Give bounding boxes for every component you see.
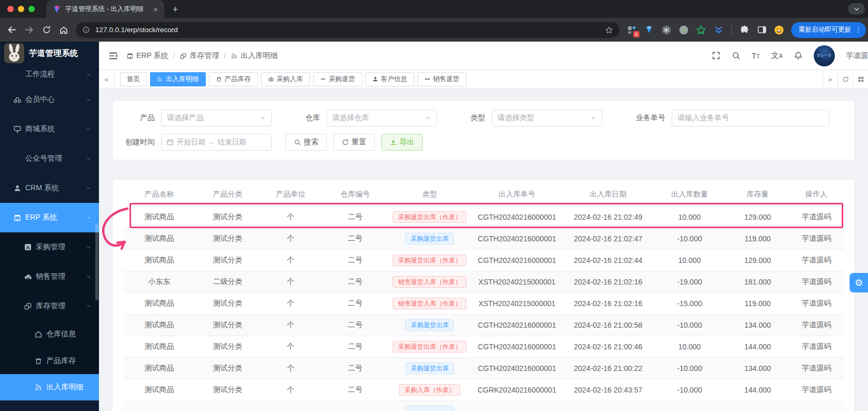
font-size-icon[interactable]: TT bbox=[752, 51, 760, 60]
export-button[interactable]: 导出 bbox=[381, 134, 423, 151]
warehouse-label: 仓库 bbox=[291, 113, 326, 123]
tab-home[interactable]: 首页 bbox=[120, 72, 147, 86]
app-title: 芋道管理系统 bbox=[29, 48, 78, 59]
quantity-cell: 10.000 bbox=[653, 342, 726, 351]
emoji-icon[interactable] bbox=[773, 24, 785, 36]
sidebar-item-inventory-mgmt[interactable]: 库存管理 bbox=[0, 291, 99, 320]
tab-purchase-in[interactable]: 采购入库 bbox=[261, 72, 310, 86]
quantity-cell: -19.000 bbox=[653, 278, 726, 286]
table-row: 测试商品测试分类个二号采购退货出库CGTH202402160000012024-… bbox=[123, 228, 844, 249]
search-button[interactable]: 搜索 bbox=[285, 134, 327, 151]
quantity-cell: 10.000 bbox=[653, 256, 726, 265]
sidebar-item-product-stock[interactable]: 产品库存 bbox=[0, 348, 99, 374]
bizno-input[interactable]: 请输入业务单号 bbox=[672, 110, 830, 126]
type-cell: 采购退货出库（作废） bbox=[389, 211, 471, 223]
tabs-refresh-icon[interactable] bbox=[837, 70, 853, 88]
browser-menu-icon[interactable]: ⋮ bbox=[855, 26, 862, 34]
back-icon[interactable] bbox=[6, 24, 17, 36]
window-close-button[interactable] bbox=[7, 6, 14, 12]
breadcrumb: ERP 系统/库存管理/出入库明细 bbox=[126, 51, 277, 61]
sidebar-item-crm-system[interactable]: CRM 系统 bbox=[0, 173, 99, 203]
collapse-menu-icon[interactable] bbox=[108, 51, 118, 61]
sidebar-item-sales-mgmt[interactable]: 销售管理 bbox=[0, 262, 99, 291]
username[interactable]: 芋道源码 bbox=[846, 51, 868, 61]
type-cell: 采购退货出库 bbox=[389, 319, 471, 331]
tab-sales-return[interactable]: 销售退货 bbox=[417, 72, 466, 86]
sidebar-item-workflow[interactable]: 工作流程 bbox=[0, 64, 99, 85]
sidebar-scrollbar[interactable] bbox=[95, 224, 98, 300]
sidebar-item-erp-system[interactable]: ERP 系统 bbox=[0, 203, 99, 232]
new-tab-button[interactable]: + bbox=[169, 4, 181, 15]
home-icon[interactable] bbox=[58, 24, 69, 36]
breadcrumb-item-stock-record[interactable]: 出入库明细 bbox=[231, 51, 277, 61]
tabs-scroll-left[interactable]: « bbox=[99, 70, 114, 88]
settings-gear-button[interactable]: ⚙ bbox=[850, 273, 868, 292]
forward-icon[interactable] bbox=[23, 24, 35, 36]
side-panel-icon[interactable] bbox=[756, 24, 767, 36]
stock-cell: 144.000 bbox=[726, 386, 789, 394]
tab-purchase-ret[interactable]: 采购退货 bbox=[313, 72, 362, 86]
reload-icon[interactable] bbox=[41, 24, 52, 36]
notification-bell-icon[interactable] bbox=[794, 51, 803, 60]
tabs-layout-icon[interactable] bbox=[853, 70, 868, 88]
unit-cell: 个 bbox=[260, 342, 321, 351]
breadcrumb-item-erp-system[interactable]: ERP 系统 bbox=[126, 51, 168, 61]
tab-label: 首页 bbox=[127, 75, 140, 84]
sidebar-item-warehouse-info[interactable]: 仓库信息 bbox=[0, 320, 99, 348]
operator-cell: 芋道源码 bbox=[789, 320, 844, 330]
page-tabs: 首页出入库明细产品库存采购入库采购退货客户信息销售退货 bbox=[114, 72, 822, 86]
ext-asterisk-icon[interactable] bbox=[661, 24, 672, 36]
type-badge: 采购退货出库（作废） bbox=[393, 341, 466, 353]
download-icon bbox=[390, 139, 397, 146]
browser-tab[interactable]: 芋道管理系统 - 出入库明细 × bbox=[46, 0, 164, 18]
top-navbar: ERP 系统/库存管理/出入库明细 TT 文A 文心一言 芋道源码 bbox=[99, 42, 868, 70]
chevron-down-icon bbox=[86, 126, 92, 132]
category-cell: 测试分类 bbox=[195, 385, 260, 395]
search-icon[interactable] bbox=[732, 51, 741, 60]
ext-star-icon[interactable] bbox=[695, 24, 707, 36]
bookmark-star-icon[interactable] bbox=[605, 26, 613, 34]
window-minimize-button[interactable] bbox=[18, 6, 24, 12]
site-info-icon[interactable] bbox=[82, 26, 90, 34]
warehouse-select[interactable]: 请选择仓库 bbox=[326, 110, 437, 126]
ext-blocker-icon[interactable]: 6 bbox=[626, 24, 637, 36]
app-logo[interactable]: 芋道管理系统 bbox=[0, 42, 99, 64]
sidebar-item-mall-system[interactable]: 商城系统 bbox=[0, 114, 99, 144]
tab-customer-info[interactable]: 客户信息 bbox=[365, 72, 414, 86]
tab-stock-record[interactable]: 出入库明细 bbox=[150, 72, 206, 86]
product-cell: 测试商品 bbox=[123, 342, 195, 351]
ext-target-icon[interactable] bbox=[678, 24, 690, 36]
window-maximize-button[interactable] bbox=[28, 6, 35, 12]
user-avatar[interactable]: 文心一言 bbox=[814, 45, 835, 66]
fullscreen-icon[interactable] bbox=[712, 51, 721, 60]
sidebar-item-official-account[interactable]: 公众号管理 bbox=[0, 144, 99, 173]
extensions-puzzle-icon[interactable] bbox=[739, 24, 750, 36]
tab-label: 客户信息 bbox=[381, 75, 407, 84]
calendar-icon bbox=[166, 139, 174, 146]
sidebar-item-member-center[interactable]: 会员中心 bbox=[0, 85, 99, 114]
tab-product-stock[interactable]: 产品库存 bbox=[209, 72, 258, 86]
url-text[interactable]: 127.0.0.1/erp/stock/record bbox=[95, 26, 605, 34]
product-select[interactable]: 请选择产品 bbox=[161, 110, 272, 126]
ext-kite-icon[interactable] bbox=[643, 24, 655, 36]
breadcrumb-item-inventory-mgmt[interactable]: 库存管理 bbox=[179, 51, 219, 61]
type-select[interactable]: 请选择类型 bbox=[492, 110, 602, 126]
language-icon[interactable]: 文A bbox=[771, 51, 783, 61]
datetime-cell: 2024-02-16 21:02:44 bbox=[563, 256, 653, 265]
tab-close-icon[interactable]: × bbox=[151, 5, 160, 13]
date-range-input[interactable]: 开始日期 – 结束日期 bbox=[161, 134, 272, 151]
stock-cell: 129.000 bbox=[726, 256, 789, 265]
tabs-scroll-right[interactable]: » bbox=[822, 70, 837, 88]
browser-update-button[interactable]: 重新启动即可更新 ⋮ bbox=[791, 22, 866, 38]
reset-button[interactable]: 重置 bbox=[333, 134, 375, 151]
ext-double-chevron-icon[interactable] bbox=[713, 24, 724, 36]
category-cell: 测试分类 bbox=[195, 299, 260, 308]
sidebar-item-stock-record[interactable]: 出入库明细 bbox=[0, 374, 99, 400]
sidebar-item-label: 产品库存 bbox=[46, 356, 92, 366]
sidebar-item-purchase-mgmt[interactable]: A采购管理 bbox=[0, 232, 99, 262]
url-bar[interactable]: 127.0.0.1/erp/stock/record bbox=[76, 22, 620, 38]
category-cell: 二级分类 bbox=[195, 277, 260, 287]
tab-search-button[interactable] bbox=[848, 3, 865, 15]
chevron-down-icon bbox=[86, 244, 92, 250]
chevron-up-icon bbox=[86, 215, 92, 221]
